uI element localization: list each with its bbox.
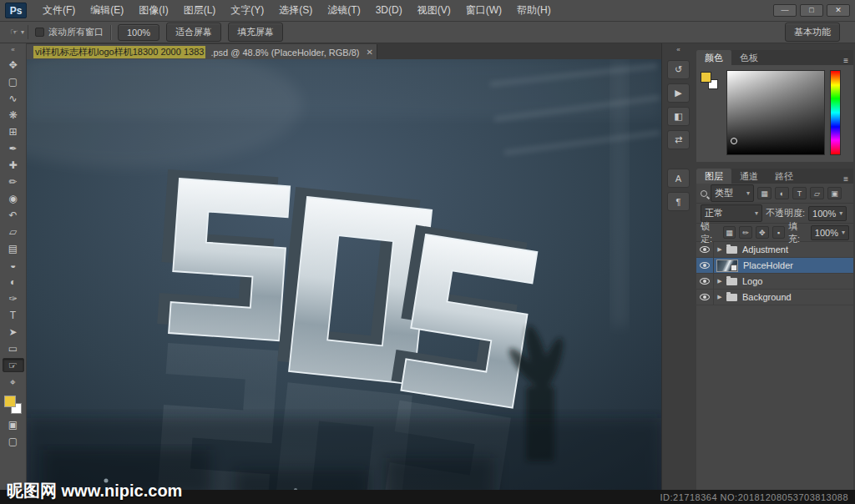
filter-adjustment-icon[interactable]: ◐ bbox=[775, 187, 789, 199]
tab-close-icon[interactable]: ✕ bbox=[364, 48, 372, 57]
menu-select[interactable]: 选择(S) bbox=[271, 0, 320, 21]
dodge-tool[interactable]: ◐ bbox=[3, 275, 24, 289]
move-tool[interactable]: ✥ bbox=[3, 58, 24, 72]
brush-tool[interactable]: ✏ bbox=[3, 174, 24, 189]
expand-arrow-icon[interactable]: ▶ bbox=[714, 294, 726, 300]
opacity-label: 不透明度: bbox=[766, 207, 805, 219]
layer-thumbnail[interactable] bbox=[716, 260, 738, 272]
foreground-color-swatch[interactable] bbox=[701, 72, 711, 83]
panel-menu-icon[interactable]: ≡ bbox=[843, 56, 853, 65]
visibility-toggle[interactable] bbox=[696, 274, 714, 289]
eraser-tool[interactable]: ▱ bbox=[3, 224, 24, 239]
fill-screen-button[interactable]: 填充屏幕 bbox=[228, 23, 283, 42]
lock-pixels-icon[interactable]: ✏ bbox=[739, 226, 752, 239]
scroll-all-windows-option[interactable]: 滚动所有窗口 bbox=[35, 26, 104, 38]
saturation-brightness-field[interactable] bbox=[726, 70, 825, 155]
zoom-100-button[interactable]: 100% bbox=[118, 24, 159, 41]
eye-icon bbox=[700, 294, 710, 300]
hand-tool[interactable]: ☞ bbox=[3, 358, 24, 372]
menu-3d[interactable]: 3D(D) bbox=[368, 0, 410, 21]
history-panel-icon[interactable]: ↺ bbox=[667, 60, 690, 79]
menu-type[interactable]: 文字(Y) bbox=[223, 0, 271, 21]
menu-filter[interactable]: 滤镜(T) bbox=[320, 0, 367, 21]
zoom-tool[interactable]: ⌖ bbox=[3, 375, 24, 389]
blur-tool[interactable]: ◒ bbox=[3, 258, 24, 272]
layer-name[interactable]: Adjustment bbox=[741, 244, 788, 255]
foreground-color-swatch[interactable] bbox=[4, 396, 16, 407]
visibility-toggle[interactable] bbox=[696, 290, 714, 305]
color-cursor[interactable] bbox=[731, 138, 737, 144]
gradient-tool[interactable]: ▤ bbox=[3, 241, 24, 255]
minimize-button[interactable]: — bbox=[773, 4, 797, 17]
menu-layer[interactable]: 图层(L) bbox=[176, 0, 224, 21]
expand-arrow-icon[interactable]: ▶ bbox=[714, 246, 726, 253]
quick-selection-tool[interactable]: ❋ bbox=[3, 108, 24, 122]
scroll-all-windows-checkbox[interactable] bbox=[35, 28, 44, 37]
tab-color[interactable]: 颜色 bbox=[696, 50, 731, 65]
toolbar-collapse-icon[interactable]: « bbox=[11, 45, 14, 55]
lock-all-icon[interactable]: ▪ bbox=[772, 226, 786, 239]
info-panel-icon[interactable]: ⇄ bbox=[667, 130, 690, 149]
menu-image[interactable]: 图像(I) bbox=[131, 0, 175, 21]
tab-layers[interactable]: 图层 bbox=[696, 169, 731, 184]
character-panel-icon[interactable]: A bbox=[667, 169, 690, 188]
menu-file[interactable]: 文件(F) bbox=[35, 0, 83, 21]
eyedropper-tool[interactable]: ✒ bbox=[3, 141, 24, 155]
lasso-tool[interactable]: ∿ bbox=[3, 91, 24, 105]
tool-preset-picker[interactable]: ☞ ▾ bbox=[7, 25, 28, 39]
opacity-field[interactable]: 100% ▾ bbox=[808, 206, 847, 221]
filter-pixel-icon[interactable]: ▦ bbox=[757, 187, 772, 199]
layer-list: ▶ Adjustment PlaceHolder ▶ Logo bbox=[696, 242, 853, 305]
hand-tool-icon: ☞ bbox=[10, 27, 18, 38]
filter-shape-icon[interactable]: ▱ bbox=[810, 187, 824, 199]
lock-position-icon[interactable]: ✥ bbox=[756, 226, 769, 239]
tab-channels[interactable]: 通道 bbox=[731, 169, 766, 184]
panel-menu-icon[interactable]: ≡ bbox=[843, 174, 853, 184]
tab-swatches[interactable]: 色板 bbox=[731, 50, 766, 65]
lock-transparent-icon[interactable]: ▦ bbox=[723, 226, 736, 239]
menu-window[interactable]: 窗口(W) bbox=[458, 0, 509, 21]
layer-name[interactable]: Logo bbox=[741, 276, 762, 286]
menu-help[interactable]: 帮助(H) bbox=[509, 0, 559, 21]
filter-smart-object-icon[interactable]: ▣ bbox=[827, 187, 842, 199]
layer-row-adjustment[interactable]: ▶ Adjustment bbox=[696, 242, 853, 258]
workspace-switcher-button[interactable]: 基本功能 bbox=[785, 23, 840, 42]
screen-mode-button[interactable]: ▢ bbox=[3, 434, 24, 448]
actions-panel-icon[interactable]: ▶ bbox=[667, 83, 690, 103]
crop-tool[interactable]: ⊞ bbox=[3, 124, 24, 139]
type-tool[interactable]: T bbox=[3, 308, 24, 322]
expand-arrow-icon[interactable]: ▶ bbox=[714, 278, 726, 285]
history-brush-tool[interactable]: ↶ bbox=[3, 208, 24, 222]
quick-mask-button[interactable]: ▣ bbox=[3, 417, 24, 431]
layer-row-logo[interactable]: ▶ Logo bbox=[696, 274, 853, 290]
layer-name[interactable]: Background bbox=[741, 292, 792, 302]
visibility-toggle[interactable] bbox=[696, 258, 714, 273]
pen-tool[interactable]: ✑ bbox=[3, 291, 24, 305]
menu-edit[interactable]: 编辑(E) bbox=[83, 0, 131, 21]
shape-tool[interactable]: ▭ bbox=[3, 341, 24, 355]
strip-collapse-icon[interactable]: « bbox=[676, 46, 680, 56]
fit-screen-button[interactable]: 适合屏幕 bbox=[166, 23, 221, 42]
document-tab[interactable]: vi样机标志样机logo样机18300 2000 1383 .psd @ 48.… bbox=[27, 44, 377, 60]
restore-button[interactable]: □ bbox=[800, 4, 823, 17]
filter-type-dropdown[interactable]: 类型 ▾ bbox=[711, 184, 754, 202]
path-selection-tool[interactable]: ➤ bbox=[3, 325, 24, 339]
photoshop-window: Ps 文件(F) 编辑(E) 图像(I) 图层(L) 文字(Y) 选择(S) 滤… bbox=[0, 0, 855, 504]
hue-slider[interactable] bbox=[830, 70, 841, 155]
canvas-area[interactable] bbox=[27, 59, 661, 504]
paragraph-panel-icon[interactable]: ¶ bbox=[667, 192, 690, 211]
lock-label: 锁定: bbox=[701, 220, 720, 245]
layer-row-background[interactable]: ▶ Background bbox=[696, 290, 853, 305]
healing-brush-tool[interactable]: ✚ bbox=[3, 158, 24, 172]
marquee-tool[interactable]: ▢ bbox=[3, 74, 24, 88]
layer-name[interactable]: PlaceHolder bbox=[741, 260, 793, 270]
layer-row-placeholder[interactable]: PlaceHolder bbox=[696, 258, 853, 274]
filter-type-icon[interactable]: T bbox=[792, 187, 807, 199]
tab-paths[interactable]: 路径 bbox=[766, 169, 802, 184]
menu-view[interactable]: 视图(V) bbox=[410, 0, 458, 21]
close-button[interactable]: ✕ bbox=[827, 4, 850, 17]
styles-panel-icon[interactable]: ◧ bbox=[667, 107, 690, 126]
fill-field[interactable]: 100% ▾ bbox=[811, 225, 849, 240]
clone-stamp-tool[interactable]: ◉ bbox=[3, 191, 24, 205]
visibility-toggle[interactable] bbox=[696, 242, 714, 257]
